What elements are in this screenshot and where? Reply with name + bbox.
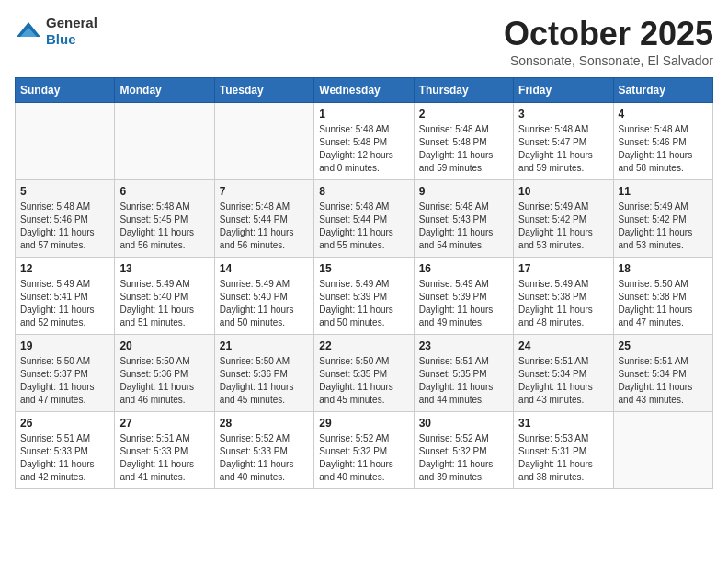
calendar-cell: 22Sunrise: 5:50 AMSunset: 5:35 PMDayligh… (314, 335, 414, 412)
day-number: 14 (220, 262, 309, 275)
day-info: Sunrise: 5:51 AMSunset: 5:34 PMDaylight:… (518, 355, 608, 407)
day-info: Sunrise: 5:49 AMSunset: 5:41 PMDaylight:… (20, 278, 109, 329)
logo-text: General Blue (46, 15, 97, 48)
calendar-cell: 1Sunrise: 5:48 AMSunset: 5:48 PMDaylight… (314, 103, 414, 180)
logo-blue: Blue (46, 31, 76, 47)
calendar-header-row: SundayMondayTuesdayWednesdayThursdayFrid… (16, 78, 713, 103)
day-info: Sunrise: 5:51 AMSunset: 5:34 PMDaylight:… (619, 355, 708, 407)
header-saturday: Saturday (613, 78, 712, 103)
day-number: 5 (20, 185, 109, 198)
calendar-cell: 31Sunrise: 5:53 AMSunset: 5:31 PMDayligh… (514, 412, 613, 489)
header-wednesday: Wednesday (314, 78, 414, 103)
day-info: Sunrise: 5:50 AMSunset: 5:38 PMDaylight:… (619, 278, 708, 329)
calendar-cell: 21Sunrise: 5:50 AMSunset: 5:36 PMDayligh… (214, 335, 313, 412)
calendar-cell (16, 103, 115, 180)
day-number: 2 (419, 108, 508, 121)
day-info: Sunrise: 5:53 AMSunset: 5:31 PMDaylight:… (518, 432, 608, 484)
header-thursday: Thursday (414, 78, 513, 103)
calendar-cell (214, 103, 313, 180)
day-number: 4 (619, 108, 708, 121)
header-friday: Friday (514, 78, 613, 103)
day-info: Sunrise: 5:50 AMSunset: 5:36 PMDaylight:… (119, 355, 209, 407)
logo: General Blue (15, 15, 97, 48)
day-number: 17 (518, 262, 608, 275)
calendar-cell: 28Sunrise: 5:52 AMSunset: 5:33 PMDayligh… (214, 412, 313, 489)
calendar-cell: 19Sunrise: 5:50 AMSunset: 5:37 PMDayligh… (16, 335, 115, 412)
day-number: 29 (319, 417, 408, 430)
day-info: Sunrise: 5:49 AMSunset: 5:39 PMDaylight:… (419, 278, 508, 329)
day-number: 10 (518, 185, 608, 198)
day-number: 20 (119, 339, 209, 352)
calendar-week-2: 5Sunrise: 5:48 AMSunset: 5:46 PMDaylight… (16, 180, 713, 258)
day-info: Sunrise: 5:52 AMSunset: 5:33 PMDaylight:… (220, 432, 309, 484)
calendar-cell: 16Sunrise: 5:49 AMSunset: 5:39 PMDayligh… (414, 258, 513, 335)
day-info: Sunrise: 5:48 AMSunset: 5:44 PMDaylight:… (220, 201, 309, 252)
logo-icon (15, 20, 42, 42)
day-number: 26 (20, 417, 109, 430)
day-number: 31 (518, 417, 608, 430)
header-tuesday: Tuesday (214, 78, 313, 103)
day-info: Sunrise: 5:48 AMSunset: 5:44 PMDaylight:… (319, 201, 408, 252)
day-number: 8 (319, 185, 408, 198)
calendar-cell: 7Sunrise: 5:48 AMSunset: 5:44 PMDaylight… (214, 180, 313, 258)
day-info: Sunrise: 5:49 AMSunset: 5:38 PMDaylight:… (518, 278, 608, 329)
calendar-cell: 2Sunrise: 5:48 AMSunset: 5:48 PMDaylight… (414, 103, 513, 180)
calendar-cell: 23Sunrise: 5:51 AMSunset: 5:35 PMDayligh… (414, 335, 513, 412)
day-info: Sunrise: 5:51 AMSunset: 5:35 PMDaylight:… (419, 355, 508, 407)
day-info: Sunrise: 5:51 AMSunset: 5:33 PMDaylight:… (20, 432, 109, 484)
calendar-week-3: 12Sunrise: 5:49 AMSunset: 5:41 PMDayligh… (16, 258, 713, 335)
calendar-cell: 20Sunrise: 5:50 AMSunset: 5:36 PMDayligh… (115, 335, 214, 412)
header-monday: Monday (115, 78, 214, 103)
day-number: 9 (419, 185, 508, 198)
calendar-cell: 3Sunrise: 5:48 AMSunset: 5:47 PMDaylight… (514, 103, 613, 180)
location-subtitle: Sonsonate, Sonsonate, El Salvador (504, 53, 713, 68)
day-number: 7 (220, 185, 309, 198)
calendar-week-4: 19Sunrise: 5:50 AMSunset: 5:37 PMDayligh… (16, 335, 713, 412)
calendar-cell: 4Sunrise: 5:48 AMSunset: 5:46 PMDaylight… (613, 103, 712, 180)
day-info: Sunrise: 5:51 AMSunset: 5:33 PMDaylight:… (119, 432, 209, 484)
month-title: October 2025 (504, 15, 713, 53)
day-info: Sunrise: 5:52 AMSunset: 5:32 PMDaylight:… (419, 432, 508, 484)
logo-general: General (46, 15, 97, 30)
day-info: Sunrise: 5:49 AMSunset: 5:39 PMDaylight:… (319, 278, 408, 329)
calendar-table: SundayMondayTuesdayWednesdayThursdayFrid… (15, 77, 713, 489)
day-number: 6 (119, 185, 209, 198)
calendar-cell: 30Sunrise: 5:52 AMSunset: 5:32 PMDayligh… (414, 412, 513, 489)
day-number: 18 (619, 262, 708, 275)
day-info: Sunrise: 5:48 AMSunset: 5:48 PMDaylight:… (419, 123, 508, 175)
day-info: Sunrise: 5:48 AMSunset: 5:47 PMDaylight:… (518, 123, 608, 175)
day-info: Sunrise: 5:48 AMSunset: 5:46 PMDaylight:… (619, 123, 708, 175)
day-number: 3 (518, 108, 608, 121)
day-number: 13 (119, 262, 209, 275)
calendar-cell: 27Sunrise: 5:51 AMSunset: 5:33 PMDayligh… (115, 412, 214, 489)
day-number: 27 (119, 417, 209, 430)
calendar-cell (613, 412, 712, 489)
day-info: Sunrise: 5:50 AMSunset: 5:35 PMDaylight:… (319, 355, 408, 407)
calendar-week-5: 26Sunrise: 5:51 AMSunset: 5:33 PMDayligh… (16, 412, 713, 489)
day-info: Sunrise: 5:50 AMSunset: 5:37 PMDaylight:… (20, 355, 109, 407)
day-info: Sunrise: 5:49 AMSunset: 5:42 PMDaylight:… (518, 201, 608, 252)
page-header: General Blue October 2025 Sonsonate, Son… (15, 15, 713, 68)
calendar-cell: 12Sunrise: 5:49 AMSunset: 5:41 PMDayligh… (16, 258, 115, 335)
calendar-cell: 11Sunrise: 5:49 AMSunset: 5:42 PMDayligh… (613, 180, 712, 258)
calendar-cell: 6Sunrise: 5:48 AMSunset: 5:45 PMDaylight… (115, 180, 214, 258)
calendar-cell: 18Sunrise: 5:50 AMSunset: 5:38 PMDayligh… (613, 258, 712, 335)
day-info: Sunrise: 5:48 AMSunset: 5:48 PMDaylight:… (319, 123, 408, 175)
day-info: Sunrise: 5:52 AMSunset: 5:32 PMDaylight:… (319, 432, 408, 484)
calendar-cell: 29Sunrise: 5:52 AMSunset: 5:32 PMDayligh… (314, 412, 414, 489)
day-number: 21 (220, 339, 309, 352)
header-sunday: Sunday (16, 78, 115, 103)
day-info: Sunrise: 5:49 AMSunset: 5:42 PMDaylight:… (619, 201, 708, 252)
calendar-cell (115, 103, 214, 180)
calendar-cell: 10Sunrise: 5:49 AMSunset: 5:42 PMDayligh… (514, 180, 613, 258)
day-info: Sunrise: 5:48 AMSunset: 5:43 PMDaylight:… (419, 201, 508, 252)
day-number: 1 (319, 108, 408, 121)
calendar-cell: 9Sunrise: 5:48 AMSunset: 5:43 PMDaylight… (414, 180, 513, 258)
calendar-cell: 13Sunrise: 5:49 AMSunset: 5:40 PMDayligh… (115, 258, 214, 335)
day-number: 11 (619, 185, 708, 198)
day-number: 25 (619, 339, 708, 352)
calendar-cell: 25Sunrise: 5:51 AMSunset: 5:34 PMDayligh… (613, 335, 712, 412)
day-number: 19 (20, 339, 109, 352)
day-number: 15 (319, 262, 408, 275)
calendar-cell: 17Sunrise: 5:49 AMSunset: 5:38 PMDayligh… (514, 258, 613, 335)
